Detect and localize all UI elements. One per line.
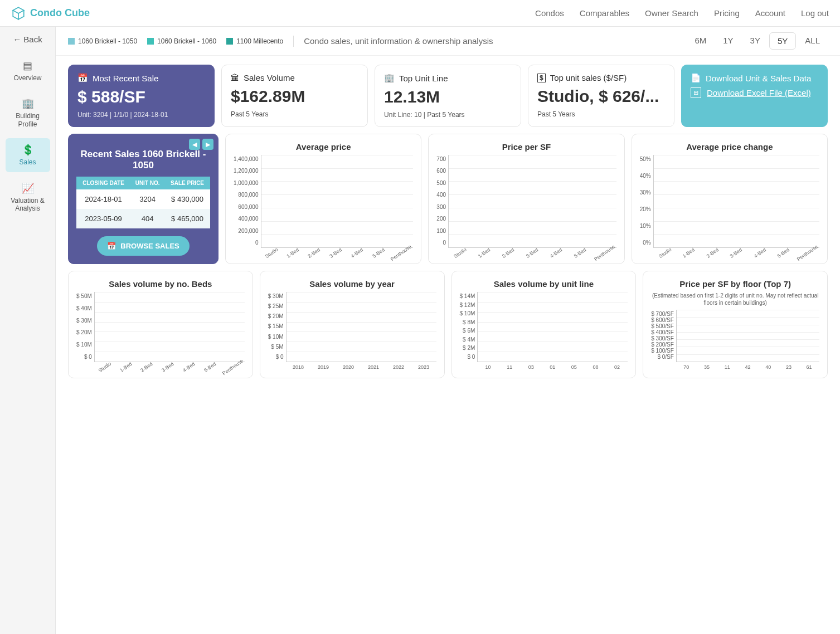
range-3y[interactable]: 3Y <box>742 32 768 50</box>
table-cell: 2024-18-01 <box>76 189 130 209</box>
y-tick: $ 10M <box>268 334 284 340</box>
sidebar-item-label: Overview <box>8 74 48 82</box>
x-axis: Studio1-Bed2-Bed3-Bed4-Bed5-BedPenthouse <box>653 250 819 256</box>
chart-title: Average price <box>234 142 413 152</box>
range-5y[interactable]: 5Y <box>769 32 796 50</box>
y-tick: $ 700/SF <box>651 311 674 317</box>
x-tick: 40 <box>758 364 779 370</box>
y-tick: $ 4M <box>463 336 475 343</box>
dollar-icon: $ <box>537 74 546 82</box>
chart-plot <box>286 292 436 362</box>
y-tick: $ 0 <box>276 354 284 360</box>
y-tick: $ 15M <box>268 323 284 329</box>
x-tick: 10 <box>477 364 499 370</box>
topnav-account[interactable]: Account <box>755 8 785 18</box>
bank-icon: 🏛 <box>231 73 239 82</box>
y-tick: 600,000 <box>238 204 258 210</box>
kpi-sub: Past 5 Years <box>537 110 665 118</box>
range-6m[interactable]: 6M <box>687 32 714 50</box>
chart-plot <box>653 155 819 248</box>
sidebar-item-overview[interactable]: ▤Overview <box>6 54 50 87</box>
legend-item: 1060 Brickell - 1060 <box>147 37 216 45</box>
y-tick: 30% <box>640 189 651 196</box>
y-tick: $ 10M <box>460 310 475 316</box>
building-icon: 🏢 <box>384 73 395 83</box>
sidebar-item-label: Sales <box>8 158 48 166</box>
topnav-pricing[interactable]: Pricing <box>714 8 740 18</box>
next-button[interactable]: ▶ <box>202 139 213 150</box>
x-tick: 05 <box>564 364 585 370</box>
legend-item: 1100 Millecento <box>226 37 283 45</box>
y-tick: $ 0 <box>84 354 92 360</box>
y-tick: $ 40M <box>76 305 92 311</box>
range-1y[interactable]: 1Y <box>715 32 741 50</box>
brand-label: Condo Cube <box>30 7 90 19</box>
x-tick: 2019 <box>311 364 336 370</box>
y-tick: $ 100/SF <box>651 348 674 354</box>
kpi-download: 📄Download Unit & Sales Data ⊞ Download E… <box>681 65 828 127</box>
browse-sales-button[interactable]: 📅 BROWSE SALES <box>97 236 189 256</box>
y-tick: $ 10M <box>76 342 92 348</box>
arrow-left-icon: ← <box>13 35 21 44</box>
back-link[interactable]: ← Back <box>13 35 42 44</box>
calendar-icon: 📅 <box>77 73 88 83</box>
y-tick: 100 <box>436 228 446 234</box>
download-excel-link[interactable]: Download Excel File (Excel) <box>707 88 811 97</box>
x-tick: 42 <box>737 364 758 370</box>
chart-title: Average price change <box>640 142 819 152</box>
x-tick: 03 <box>520 364 542 370</box>
y-tick: 700 <box>436 156 446 162</box>
y-tick: $ 8M <box>463 319 475 325</box>
range-all[interactable]: ALL <box>797 32 828 50</box>
chart-plot <box>94 292 245 362</box>
prev-button[interactable]: ◀ <box>189 139 200 150</box>
sidebar-item-building-profile[interactable]: 🏢Building Profile <box>6 92 50 134</box>
chart-price-sf: Price per SF7006005004003002001000Studio… <box>428 134 624 264</box>
y-tick: 0 <box>443 240 446 246</box>
swatch-icon <box>226 38 233 45</box>
brand[interactable]: Condo Cube <box>11 6 90 21</box>
y-tick: 0 <box>255 240 259 246</box>
y-tick: $ 20M <box>76 329 92 335</box>
y-tick: $ 25M <box>268 303 284 309</box>
kpi-sub: Unit Line: 10 | Past 5 Years <box>384 111 512 119</box>
chart-plot <box>448 155 616 248</box>
sidebar: ← Back ▤Overview🏢Building Profile💲Sales📈… <box>0 27 56 634</box>
topnav-condos[interactable]: Condos <box>535 8 564 18</box>
y-tick: $ 600/SF <box>651 317 674 323</box>
recent-sales-table: CLOSING DATEUNIT NO.SALE PRICE 2024-18-0… <box>76 177 210 228</box>
sidebar-item-valuation-analysis[interactable]: 📈Valuation & Analysis <box>6 177 50 218</box>
x-axis: Studio1-Bed2-Bed3-Bed4-Bed5-BedPenthouse <box>94 364 245 370</box>
chart-title: Price per SF by floor (Top 7) <box>651 279 819 289</box>
y-tick: $ 0 <box>467 354 475 360</box>
topnav-owner-search[interactable]: Owner Search <box>645 8 698 18</box>
topnav: CondosComparablesOwner SearchPricingAcco… <box>535 8 829 18</box>
table-header: CLOSING DATE <box>76 177 130 189</box>
x-tick: 02 <box>606 364 628 370</box>
sales-icon: 💲 <box>8 144 48 156</box>
y-tick: 500 <box>436 180 446 186</box>
topnav-comparables[interactable]: Comparables <box>580 8 629 18</box>
sidebar-item-sales[interactable]: 💲Sales <box>6 138 50 172</box>
y-tick: $ 5M <box>271 344 283 350</box>
chart-row-1: ◀ ▶ Recent Sales 1060 Brickell - 1050 CL… <box>68 134 828 264</box>
y-tick: 10% <box>640 223 651 229</box>
x-tick: 11 <box>717 364 737 370</box>
kpi-top-unit-sales: $Top unit sales ($/SF) Studio, $ 626/...… <box>528 65 674 127</box>
y-tick: 600 <box>436 168 446 174</box>
y-tick: 1,000,000 <box>234 180 259 186</box>
y-axis: 1,400,0001,200,0001,000,000800,000600,00… <box>234 155 261 256</box>
legend-label: 1060 Brickell - 1060 <box>157 37 216 45</box>
chart-plot <box>676 310 819 362</box>
x-tick: 2020 <box>336 364 361 370</box>
table-cell: $ 430,000 <box>164 189 210 209</box>
x-tick: 01 <box>542 364 564 370</box>
kpi-value: 12.13M <box>384 87 512 106</box>
kpi-title: Top unit sales ($/SF) <box>550 73 627 82</box>
y-tick: 200,000 <box>238 228 258 234</box>
x-tick: 70 <box>676 364 697 370</box>
topnav-log-out[interactable]: Log out <box>801 8 829 18</box>
chart-title: Price per SF <box>436 142 616 152</box>
browse-label: BROWSE SALES <box>120 242 179 250</box>
chart-vol-year: Sales volume by year$ 30M$ 25M$ 20M$ 15M… <box>260 271 445 378</box>
